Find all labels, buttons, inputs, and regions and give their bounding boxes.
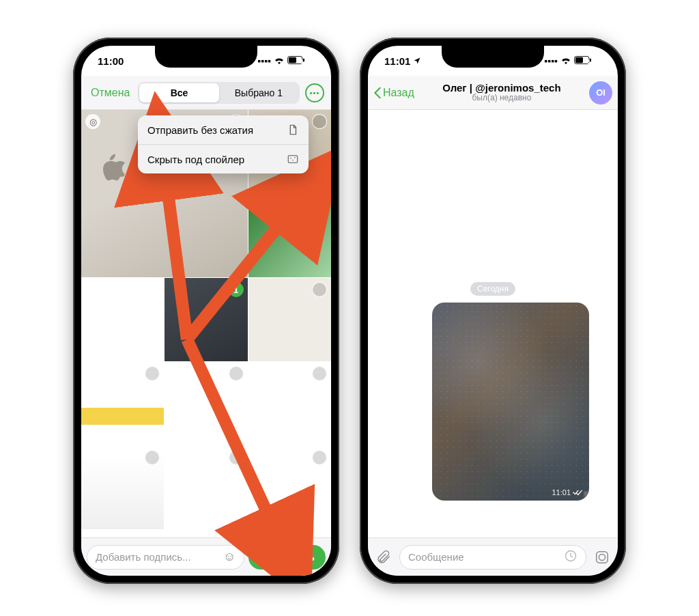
emoji-icon[interactable]: ☺ — [223, 550, 236, 564]
avatar[interactable]: OI — [589, 81, 612, 104]
segment-all[interactable]: Все — [139, 83, 218, 102]
photo-thumbnail[interactable] — [165, 446, 247, 529]
svg-rect-12 — [590, 59, 591, 62]
read-check-icon — [573, 489, 582, 496]
caption-bar: Добавить подпись... ☺ Отправить — [81, 537, 331, 576]
phone-left: 11:00 ▪▪▪▪ 53 Отмена Все Выбрано 1 — [73, 38, 339, 584]
send-button[interactable]: Отправить — [248, 545, 326, 570]
caption-input[interactable]: Добавить подпись... ☺ — [87, 545, 244, 570]
svg-rect-11 — [575, 57, 583, 63]
attach-button[interactable] — [375, 548, 393, 566]
chat-input-bar: Сообщение — [368, 537, 618, 576]
photo-thumbnail-selected[interactable]: 1 — [165, 278, 247, 361]
svg-point-6 — [294, 157, 296, 158]
back-label: Назад — [383, 87, 414, 99]
location-icon — [413, 57, 421, 65]
selection-badge: 1 — [229, 282, 244, 297]
signal-icon: ▪▪▪▪ — [257, 55, 271, 66]
wifi-icon — [560, 55, 571, 66]
source-badge-icon: ◎ — [85, 114, 100, 129]
photo-thumbnail[interactable] — [81, 446, 164, 529]
message-placeholder: Сообщение — [408, 551, 464, 563]
photo-thumbnail[interactable] — [81, 362, 164, 445]
caption-placeholder: Добавить подпись... — [96, 551, 191, 563]
svg-point-5 — [292, 160, 294, 161]
date-separator: Сегодня — [470, 282, 515, 296]
spoiler-icon — [287, 153, 299, 165]
svg-rect-14 — [597, 551, 608, 563]
segment-selected[interactable]: Выбрано 1 — [219, 83, 298, 102]
message-input[interactable]: Сообщение — [399, 545, 586, 570]
cancel-button[interactable]: Отмена — [88, 84, 132, 102]
status-time: 11:00 — [98, 55, 124, 67]
phone-right: 11:01 ▪▪▪▪ 52 Назад — [360, 38, 626, 584]
back-button[interactable]: Назад — [373, 87, 414, 99]
chat-title: Олег | @jeronimos_tech — [414, 83, 589, 94]
menu-item-label: Скрыть под спойлер — [147, 154, 244, 165]
battery-icon: 53 — [287, 55, 315, 66]
notch-icon — [442, 46, 544, 68]
photo-grid: ◎ 1 — [81, 110, 331, 537]
svg-rect-1 — [289, 57, 296, 63]
photo-thumbnail[interactable] — [248, 194, 331, 277]
photo-thumbnail[interactable] — [165, 362, 247, 445]
chat-title-wrap[interactable]: Олег | @jeronimos_tech был(а) недавно — [414, 83, 589, 103]
menu-send-uncompressed[interactable]: Отправить без сжатия — [138, 115, 309, 144]
chevron-left-icon — [373, 87, 382, 99]
sticker-icon — [595, 550, 610, 565]
battery-icon: 52 — [574, 55, 601, 66]
message-timestamp: 11:01 — [552, 488, 582, 496]
apple-logo-icon — [98, 152, 125, 185]
svg-point-15 — [599, 554, 605, 560]
photo-thumbnail[interactable] — [248, 278, 331, 361]
chat-body: Сегодня 11:01 — [368, 110, 618, 537]
notch-icon — [155, 46, 257, 68]
svg-rect-2 — [303, 59, 304, 62]
file-icon — [287, 124, 299, 136]
chat-subtitle: был(а) недавно — [414, 94, 589, 102]
menu-item-label: Отправить без сжатия — [147, 124, 253, 136]
paperclip-icon — [376, 550, 391, 565]
status-time: 11:01 — [384, 55, 410, 67]
wifi-icon — [274, 55, 285, 66]
svg-rect-3 — [288, 156, 298, 163]
sticker-button[interactable] — [593, 548, 611, 566]
more-button[interactable]: ••• — [305, 83, 324, 102]
schedule-icon[interactable] — [564, 549, 577, 565]
photo-thumbnail[interactable] — [248, 362, 331, 445]
svg-point-4 — [290, 158, 291, 159]
segmented-control: Все Выбрано 1 — [138, 82, 300, 104]
chat-header: Назад Олег | @jeronimos_tech был(а) неда… — [368, 76, 618, 110]
menu-hide-spoiler[interactable]: Скрыть под спойлер — [138, 144, 309, 173]
picker-header: Отмена Все Выбрано 1 ••• — [81, 76, 331, 110]
options-menu: Отправить без сжатия Скрыть под спойлер — [138, 115, 309, 173]
photo-thumbnail[interactable] — [248, 446, 331, 529]
signal-icon: ▪▪▪▪ — [544, 55, 558, 66]
spoiler-message-bubble[interactable]: 11:01 — [432, 303, 589, 501]
